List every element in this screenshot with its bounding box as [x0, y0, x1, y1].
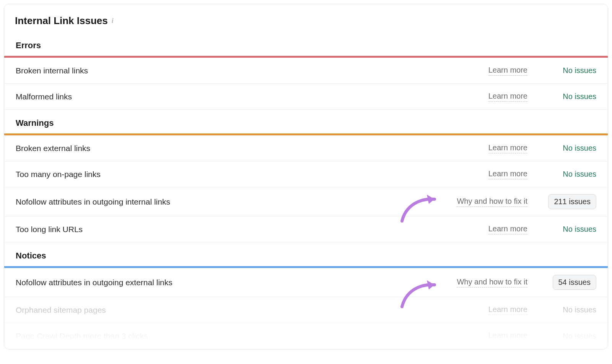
learn-more-link[interactable]: Learn more [488, 224, 527, 234]
issue-row: Page Crawl Depth more than 3 clicks Lear… [4, 323, 608, 349]
issue-row: Nofollow attributes in outgoing external… [4, 268, 608, 297]
learn-more-link[interactable]: Learn more [488, 66, 527, 76]
internal-link-issues-panel: Internal Link Issues i Errors Broken int… [4, 4, 608, 349]
issue-name: Too long link URLs [16, 225, 488, 234]
status-no-issues: No issues [563, 92, 596, 101]
issue-name: Broken internal links [16, 66, 488, 75]
issue-row: Orphaned sitemap pages Learn more No iss… [4, 297, 608, 323]
panel-title: Internal Link Issues [15, 15, 108, 27]
status-no-issues: No issues [563, 170, 596, 179]
panel-header: Internal Link Issues i [4, 4, 608, 32]
learn-more-link[interactable]: Learn more [488, 305, 527, 315]
issue-name: Nofollow attributes in outgoing external… [16, 278, 457, 287]
issue-row: Too many on-page links Learn more No iss… [4, 161, 608, 187]
status-no-issues: No issues [563, 332, 596, 341]
issue-row: Malformed links Learn more No issues [4, 84, 608, 110]
section-title-errors: Errors [4, 32, 608, 56]
status-no-issues: No issues [563, 66, 596, 75]
status-no-issues: No issues [563, 144, 596, 153]
issue-name: Too many on-page links [16, 170, 488, 179]
issue-row: Broken external links Learn more No issu… [4, 135, 608, 161]
info-icon[interactable]: i [112, 17, 114, 25]
issue-row: Too long link URLs Learn more No issues [4, 216, 608, 242]
learn-more-link[interactable]: Learn more [488, 331, 527, 341]
why-fix-link[interactable]: Why and how to fix it [457, 278, 527, 288]
learn-more-link[interactable]: Learn more [488, 143, 527, 153]
issue-row: Nofollow attributes in outgoing internal… [4, 187, 608, 216]
issues-count-badge[interactable]: 54 issues [553, 275, 597, 290]
learn-more-link[interactable]: Learn more [488, 92, 527, 102]
issue-name: Nofollow attributes in outgoing internal… [16, 197, 457, 206]
status-no-issues: No issues [563, 306, 596, 314]
learn-more-link[interactable]: Learn more [488, 169, 527, 179]
issue-name: Broken external links [16, 144, 488, 153]
issue-name: Orphaned sitemap pages [16, 306, 488, 315]
status-no-issues: No issues [563, 225, 596, 234]
issues-count-badge[interactable]: 211 issues [548, 194, 596, 209]
section-title-notices: Notices [4, 242, 608, 266]
issue-name: Malformed links [16, 92, 488, 101]
why-fix-link[interactable]: Why and how to fix it [457, 197, 527, 207]
issue-name: Page Crawl Depth more than 3 clicks [16, 332, 488, 341]
section-title-warnings: Warnings [4, 110, 608, 133]
issue-row: Broken internal links Learn more No issu… [4, 58, 608, 84]
